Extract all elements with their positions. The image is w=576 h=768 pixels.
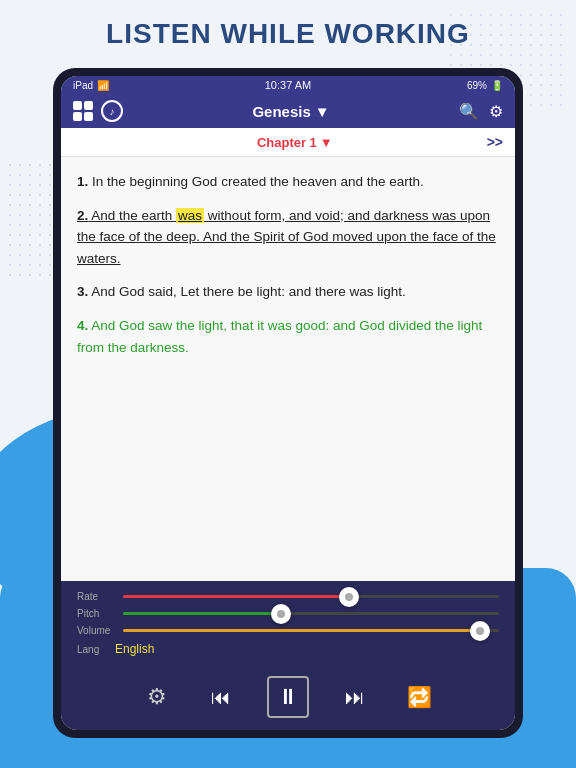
playback-controls: ⚙ ⏮ ⏸ ⏭ 🔁 xyxy=(61,668,515,730)
verse-4-text: And God saw the light, that it was good:… xyxy=(77,318,482,355)
header-title: Genesis ▼ xyxy=(252,103,329,120)
music-icon[interactable]: ♪ xyxy=(101,100,123,122)
wifi-icon: 📶 xyxy=(97,80,109,91)
pitch-thumb-inner xyxy=(277,610,285,618)
battery-icon: 🔋 xyxy=(491,80,503,91)
bible-content: 1. In the beginning God created the heav… xyxy=(61,157,515,581)
page-title: LISTEN WHILE WORKING xyxy=(0,18,576,50)
status-left: iPad 📶 xyxy=(73,80,109,91)
volume-thumb[interactable] xyxy=(470,621,490,641)
verse-3-number: 3. xyxy=(77,284,88,299)
verse-4: 4. And God saw the light, that it was go… xyxy=(77,315,499,358)
verse-3: 3. And God said, Let there be light: and… xyxy=(77,281,499,303)
header-right: 🔍 ⚙ xyxy=(459,102,503,121)
search-icon[interactable]: 🔍 xyxy=(459,102,479,121)
verse-1: 1. In the beginning God created the heav… xyxy=(77,171,499,193)
verse-1-number: 1. xyxy=(77,174,88,189)
rate-row: Rate xyxy=(77,591,499,602)
lang-row: Lang English xyxy=(77,642,499,656)
volume-track[interactable] xyxy=(123,629,499,632)
book-arrow[interactable]: ▼ xyxy=(315,103,330,120)
lang-value[interactable]: English xyxy=(115,642,154,656)
skip-back-button[interactable]: ⏮ xyxy=(203,679,239,715)
verse-2: 2. And the earth was without form, and v… xyxy=(77,205,499,270)
verse-2-text: 2. And the earth was without form, and v… xyxy=(77,208,496,266)
chapter-next-icon[interactable]: >> xyxy=(487,134,503,150)
settings-icon[interactable]: ⚙ xyxy=(489,102,503,121)
skip-forward-button[interactable]: ⏭ xyxy=(337,679,373,715)
pause-button[interactable]: ⏸ xyxy=(267,676,309,718)
app-header: ♪ Genesis ▼ 🔍 ⚙ xyxy=(61,94,515,128)
grid-icon[interactable] xyxy=(73,101,93,121)
status-time: 10:37 AM xyxy=(265,79,311,91)
repeat-button[interactable]: 🔁 xyxy=(401,679,437,715)
verse-1-text: In the beginning God created the heaven … xyxy=(92,174,424,189)
chapter-bar: Chapter 1 ▼ >> xyxy=(61,128,515,157)
rate-label: Rate xyxy=(77,591,115,602)
verse-4-number: 4. xyxy=(77,318,88,333)
verse-2-number: 2. xyxy=(77,208,88,223)
pitch-row: Pitch xyxy=(77,608,499,619)
rate-thumb[interactable] xyxy=(339,587,359,607)
pitch-track[interactable] xyxy=(123,612,499,615)
lang-label: Lang xyxy=(77,644,115,655)
pitch-thumb[interactable] xyxy=(271,604,291,624)
chapter-arrow: ▼ xyxy=(320,135,333,150)
chapter-name: Chapter 1 xyxy=(257,135,317,150)
status-bar: iPad 📶 10:37 AM 69% 🔋 xyxy=(61,76,515,94)
chapter-title[interactable]: Chapter 1 ▼ xyxy=(257,135,333,150)
book-name: Genesis xyxy=(252,103,310,120)
tablet-inner: iPad 📶 10:37 AM 69% 🔋 ♪ Genesis ▼ � xyxy=(61,76,515,730)
pitch-label: Pitch xyxy=(77,608,115,619)
audio-player: Rate Pitch Volume xyxy=(61,581,515,668)
battery-percent: 69% xyxy=(467,80,487,91)
gear-button[interactable]: ⚙ xyxy=(139,679,175,715)
tablet-frame: iPad 📶 10:37 AM 69% 🔋 ♪ Genesis ▼ � xyxy=(53,68,523,738)
volume-label: Volume xyxy=(77,625,115,636)
rate-thumb-inner xyxy=(345,593,353,601)
rate-track[interactable] xyxy=(123,595,499,598)
device-label: iPad xyxy=(73,80,93,91)
volume-thumb-inner xyxy=(476,627,484,635)
volume-row: Volume xyxy=(77,625,499,636)
verse-2-highlight: was xyxy=(176,208,204,223)
verse-3-text: And God said, Let there be light: and th… xyxy=(91,284,405,299)
header-left: ♪ xyxy=(73,100,123,122)
status-right: 69% 🔋 xyxy=(467,80,503,91)
